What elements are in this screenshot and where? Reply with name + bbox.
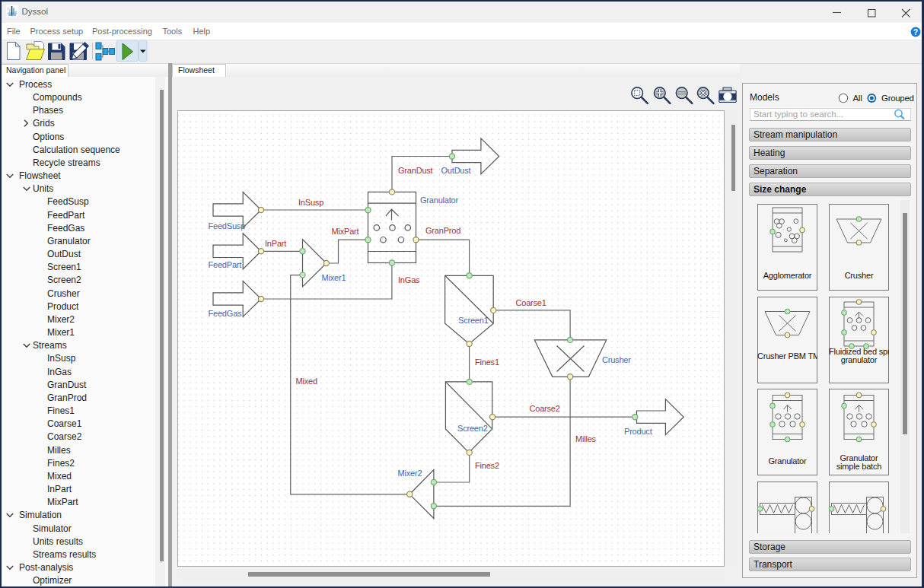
svg-text:MixPart: MixPart xyxy=(332,227,359,236)
svg-text:InPart: InPart xyxy=(265,239,286,248)
svg-text:Crusher: Crusher xyxy=(602,355,631,364)
svg-text:Mixed: Mixed xyxy=(296,377,317,386)
svg-text:Product: Product xyxy=(624,427,652,436)
svg-text:Granulator: Granulator xyxy=(420,195,459,205)
svg-text:Milles: Milles xyxy=(575,434,597,443)
svg-text:Fines1: Fines1 xyxy=(475,358,499,367)
svg-text:Screen2: Screen2 xyxy=(457,424,488,433)
svg-text:Mixer1: Mixer1 xyxy=(322,273,346,282)
svg-text:FeedSusp: FeedSusp xyxy=(209,221,246,230)
svg-text:OutDust: OutDust xyxy=(441,166,471,175)
svg-text:FeedGas: FeedGas xyxy=(209,309,243,318)
svg-text:GranProd: GranProd xyxy=(425,226,460,235)
svg-text:FeedPart: FeedPart xyxy=(209,260,242,269)
svg-text:Screen1: Screen1 xyxy=(458,316,489,325)
svg-text:GranDust: GranDust xyxy=(398,166,433,175)
svg-text:InGas: InGas xyxy=(398,275,420,284)
svg-text:Mixer2: Mixer2 xyxy=(398,469,422,478)
svg-text:Fines2: Fines2 xyxy=(475,461,499,470)
svg-text:?: ? xyxy=(913,27,918,37)
svg-text:Coarse2: Coarse2 xyxy=(530,404,560,413)
svg-text:InSusp: InSusp xyxy=(298,198,323,207)
svg-text:Coarse1: Coarse1 xyxy=(516,298,546,307)
